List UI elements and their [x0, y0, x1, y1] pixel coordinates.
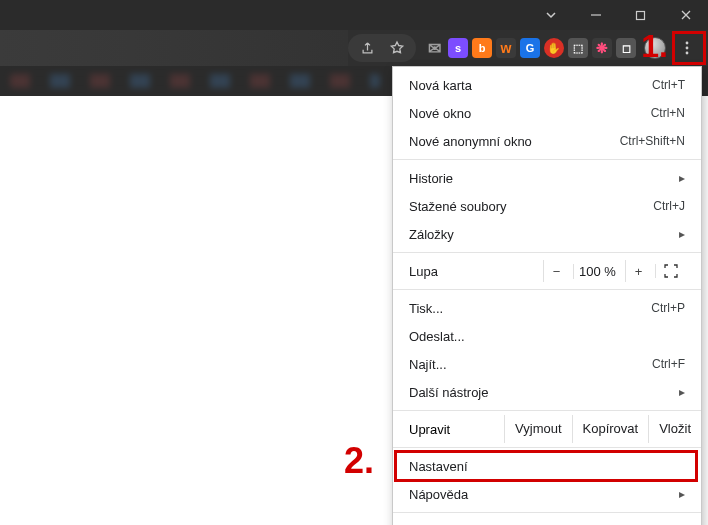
ext-pink-icon[interactable]: ❋: [592, 38, 612, 58]
omnibox-blurred: [0, 30, 348, 66]
menu-item-label: Najít...: [409, 357, 652, 372]
menu-separator: [393, 159, 701, 160]
ext-block-icon[interactable]: ✋: [544, 38, 564, 58]
bookmark-button[interactable]: [386, 37, 408, 59]
menu-item-label: Tisk...: [409, 301, 651, 316]
svg-point-2: [686, 47, 689, 50]
more-vert-icon: [679, 40, 695, 56]
svg-point-1: [686, 42, 689, 45]
menu-separator: [393, 447, 701, 448]
close-button[interactable]: [663, 0, 708, 30]
menu-more-tools[interactable]: Další nástroje ▸: [393, 378, 701, 406]
menu-item-label: Nápověda: [409, 487, 679, 502]
chevron-right-icon: ▸: [679, 227, 685, 241]
menu-history[interactable]: Historie ▸: [393, 164, 701, 192]
menu-item-label: Nové anonymní okno: [409, 134, 620, 149]
menu-cast[interactable]: Odeslat...: [393, 322, 701, 350]
edit-paste-button[interactable]: Vložit: [648, 415, 701, 443]
edit-copy-button[interactable]: Kopírovat: [572, 415, 649, 443]
menu-item-label: Lupa: [409, 264, 543, 279]
ext-white-icon[interactable]: ◻: [616, 38, 636, 58]
fullscreen-button[interactable]: [655, 264, 685, 278]
star-icon: [389, 40, 405, 56]
share-icon: [360, 41, 375, 56]
zoom-value: 100 %: [573, 264, 621, 279]
maximize-icon: [635, 10, 646, 21]
ext-s-icon[interactable]: s: [448, 38, 468, 58]
menu-new-tab[interactable]: Nová karta Ctrl+T: [393, 71, 701, 99]
ext-grey-icon[interactable]: ⬚: [568, 38, 588, 58]
minimize-icon: [590, 9, 602, 21]
menu-zoom: Lupa − 100 % +: [393, 257, 701, 285]
menu-edit-row: Upravit Vyjmout Kopírovat Vložit: [393, 415, 701, 443]
menu-settings[interactable]: Nastavení: [393, 452, 701, 480]
zoom-controls: − 100 % +: [543, 260, 685, 282]
omnibox-actions: [348, 34, 416, 62]
menu-item-shortcut: Ctrl+P: [651, 301, 685, 315]
menu-new-window[interactable]: Nové okno Ctrl+N: [393, 99, 701, 127]
zoom-out-button[interactable]: −: [543, 260, 569, 282]
chevron-down-icon: [545, 9, 557, 21]
menu-item-label: Odeslat...: [409, 329, 685, 344]
menu-item-shortcut: Ctrl+F: [652, 357, 685, 371]
browser-toolbar: ✉ s b w G ✋ ⬚ ❋ ◻: [0, 30, 708, 66]
svg-point-3: [686, 52, 689, 55]
share-button[interactable]: [356, 37, 378, 59]
menu-separator: [393, 289, 701, 290]
menu-separator: [393, 512, 701, 513]
close-icon: [680, 9, 692, 21]
menu-item-label: Další nástroje: [409, 385, 679, 400]
chrome-menu-button[interactable]: [674, 35, 700, 61]
maximize-button[interactable]: [618, 0, 663, 30]
menu-exit[interactable]: Konec: [393, 517, 701, 525]
menu-downloads[interactable]: Stažené soubory Ctrl+J: [393, 192, 701, 220]
ext-b-icon[interactable]: b: [472, 38, 492, 58]
zoom-in-button[interactable]: +: [625, 260, 651, 282]
ext-w-icon[interactable]: w: [496, 38, 516, 58]
menu-item-shortcut: Ctrl+Shift+N: [620, 134, 685, 148]
menu-help[interactable]: Nápověda ▸: [393, 480, 701, 508]
menu-bookmarks[interactable]: Záložky ▸: [393, 220, 701, 248]
menu-item-label: Upravit: [409, 422, 504, 437]
menu-separator: [393, 252, 701, 253]
tab-dropdown-button[interactable]: [528, 0, 573, 30]
edit-cut-button[interactable]: Vyjmout: [504, 415, 571, 443]
menu-item-shortcut: Ctrl+N: [651, 106, 685, 120]
kebab-wrap: [672, 33, 702, 63]
menu-item-label: Stažené soubory: [409, 199, 653, 214]
menu-item-shortcut: Ctrl+J: [653, 199, 685, 213]
mail-icon[interactable]: ✉: [424, 38, 444, 58]
menu-item-label: Záložky: [409, 227, 679, 242]
fullscreen-icon: [664, 264, 678, 278]
svg-rect-0: [637, 11, 645, 19]
chrome-menu: Nová karta Ctrl+T Nové okno Ctrl+N Nové …: [392, 66, 702, 525]
menu-new-incognito[interactable]: Nové anonymní okno Ctrl+Shift+N: [393, 127, 701, 155]
menu-find[interactable]: Najít... Ctrl+F: [393, 350, 701, 378]
menu-print[interactable]: Tisk... Ctrl+P: [393, 294, 701, 322]
window-titlebar: [0, 0, 708, 30]
menu-item-label: Nová karta: [409, 78, 652, 93]
extensions-row: ✉ s b w G ✋ ⬚ ❋ ◻: [424, 38, 636, 58]
menu-item-shortcut: Ctrl+T: [652, 78, 685, 92]
menu-item-label: Historie: [409, 171, 679, 186]
menu-item-label: Nové okno: [409, 106, 651, 121]
chevron-right-icon: ▸: [679, 171, 685, 185]
chevron-right-icon: ▸: [679, 385, 685, 399]
ext-g-icon[interactable]: G: [520, 38, 540, 58]
minimize-button[interactable]: [573, 0, 618, 30]
menu-separator: [393, 410, 701, 411]
chevron-right-icon: ▸: [679, 487, 685, 501]
menu-item-label: Nastavení: [409, 459, 685, 474]
profile-avatar[interactable]: [644, 37, 666, 59]
